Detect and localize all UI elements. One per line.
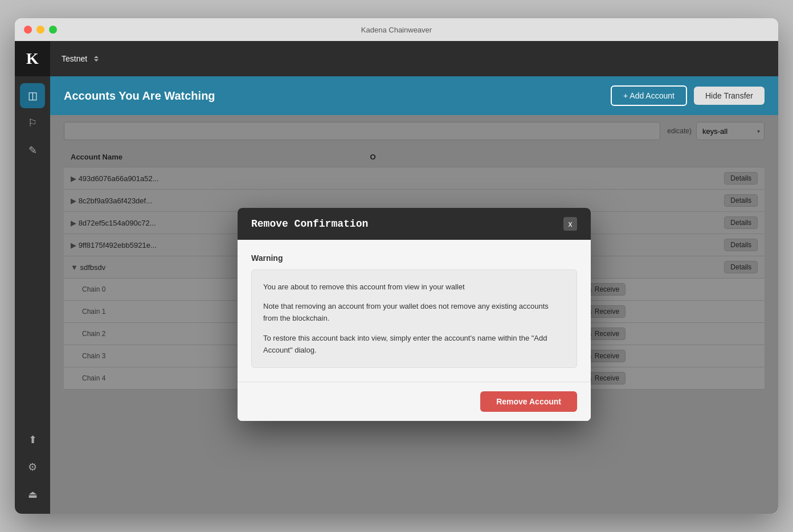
sidebar-item-accounts[interactable]: ◫ xyxy=(20,83,45,108)
accounts-icon: ◫ xyxy=(28,89,38,102)
network-selector[interactable]: Testnet xyxy=(62,54,99,63)
topbar: Testnet xyxy=(50,41,778,76)
sidebar-item-settings[interactable]: ⚙ xyxy=(20,455,45,480)
warning-line-1: You are about to remove this account fro… xyxy=(263,281,565,293)
modal-header: Remove Confirmation x xyxy=(238,208,591,240)
main-content: Testnet Accounts You Are Watching + Add … xyxy=(50,41,778,514)
accounts-area: edicate) keys-all keys-any keys-2 ▾ xyxy=(50,115,778,514)
sidebar: K ◫ ⚐ ✎ ⬆ ⚙ ⏏ xyxy=(15,41,50,514)
warning-line-3: To restore this account back into view, … xyxy=(263,333,565,357)
minimize-button[interactable] xyxy=(36,26,44,34)
sidebar-bottom: ⬆ ⚙ ⏏ xyxy=(20,427,45,514)
modal-body: Warning You are about to remove this acc… xyxy=(238,240,591,382)
content-header: Accounts You Are Watching + Add Account … xyxy=(50,76,778,115)
remove-account-button[interactable]: Remove Account xyxy=(480,391,577,412)
modal-overlay: Remove Confirmation x Warning You are ab… xyxy=(50,115,778,514)
app-body: K ◫ ⚐ ✎ ⬆ ⚙ ⏏ xyxy=(15,41,778,514)
modal-footer: Remove Account xyxy=(238,382,591,421)
network-chevron-icon xyxy=(94,56,99,62)
close-button[interactable] xyxy=(24,26,32,34)
maximize-button[interactable] xyxy=(49,26,57,34)
warning-label: Warning xyxy=(251,253,577,263)
page-title: Accounts You Are Watching xyxy=(64,89,215,103)
add-account-button[interactable]: + Add Account xyxy=(611,85,687,106)
warning-box: You are about to remove this account fro… xyxy=(251,269,577,369)
app-window: Kadena Chainweaver K ◫ ⚐ ✎ ⬆ xyxy=(15,18,778,514)
header-actions: + Add Account Hide Transfer xyxy=(611,85,765,106)
titlebar-buttons xyxy=(24,26,57,34)
window-title: Kadena Chainweaver xyxy=(361,26,432,34)
sidebar-item-logout[interactable]: ⏏ xyxy=(20,482,45,507)
keys-icon: ⚐ xyxy=(28,117,37,129)
remove-confirmation-modal: Remove Confirmation x Warning You are ab… xyxy=(238,208,591,421)
sidebar-logo: K xyxy=(15,41,50,76)
warning-line-2: Note that removing an account from your … xyxy=(263,301,565,325)
modal-close-button[interactable]: x xyxy=(563,217,577,231)
settings-icon: ⚙ xyxy=(28,461,37,473)
sidebar-item-deploy[interactable]: ⬆ xyxy=(20,427,45,452)
titlebar: Kadena Chainweaver xyxy=(15,18,778,41)
sidebar-nav: ◫ ⚐ ✎ xyxy=(20,76,45,427)
network-label: Testnet xyxy=(62,54,87,63)
sign-icon: ✎ xyxy=(28,144,37,157)
hide-transfer-button[interactable]: Hide Transfer xyxy=(694,87,765,105)
deploy-icon: ⬆ xyxy=(28,433,37,446)
modal-title: Remove Confirmation xyxy=(251,218,368,230)
sidebar-item-sign[interactable]: ✎ xyxy=(20,138,45,163)
sidebar-item-keys[interactable]: ⚐ xyxy=(20,111,45,136)
logout-icon: ⏏ xyxy=(28,488,38,501)
